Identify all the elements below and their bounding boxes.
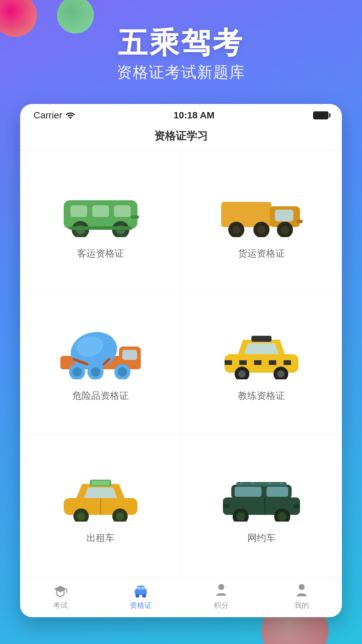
- svg-point-75: [135, 594, 139, 598]
- freight-label: 货运资格证: [238, 247, 285, 260]
- grid-item-trainer[interactable]: 教练资格证: [181, 293, 342, 435]
- rideshare-label: 网约车: [247, 532, 276, 544]
- svg-rect-60: [280, 482, 283, 485]
- svg-rect-13: [275, 210, 293, 221]
- tab-exam[interactable]: 考试: [20, 583, 101, 610]
- tab-points-icon: [214, 583, 229, 598]
- suv-icon: [218, 468, 305, 522]
- taxi-yellow-icon: [57, 468, 144, 522]
- svg-point-69: [278, 512, 287, 521]
- svg-point-16: [232, 226, 240, 234]
- app-title-main: 五乘驾考: [0, 27, 362, 59]
- taxi-label: 出租车: [86, 532, 115, 544]
- svg-point-45: [277, 370, 285, 378]
- mixer-icon: [57, 326, 144, 379]
- tab-bar: 考试 资格证: [20, 577, 342, 617]
- svg-rect-40: [284, 360, 291, 365]
- trainer-label: 教练资格证: [238, 389, 285, 402]
- svg-rect-65: [223, 504, 230, 508]
- svg-rect-3: [92, 205, 109, 217]
- exam-icon: [53, 583, 68, 598]
- tab-exam-label: 考试: [53, 600, 68, 610]
- svg-rect-58: [251, 482, 255, 485]
- svg-rect-4: [114, 205, 131, 217]
- svg-rect-48: [92, 481, 110, 485]
- svg-rect-73: [137, 587, 141, 590]
- svg-rect-38: [254, 360, 261, 365]
- svg-point-33: [118, 367, 127, 377]
- mine-icon: [294, 583, 309, 598]
- app-title-sub: 资格证考试新题库: [0, 62, 362, 83]
- svg-point-18: [257, 226, 265, 234]
- tab-points-label: 积分: [214, 600, 229, 610]
- svg-point-76: [142, 594, 146, 598]
- battery-icon: [313, 111, 328, 119]
- wifi-icon: [66, 112, 75, 119]
- svg-rect-39: [269, 360, 276, 365]
- certificate-car-icon: [133, 583, 148, 598]
- passenger-label: 客运资格证: [77, 247, 124, 260]
- svg-point-51: [77, 512, 85, 520]
- grid-item-hazmat[interactable]: 危险品资格证: [20, 293, 181, 435]
- tab-points[interactable]: 积分: [181, 583, 261, 610]
- phone-frame: Carrier 10:18 AM 资格证学习: [20, 104, 342, 617]
- tab-mine[interactable]: 我的: [261, 583, 342, 610]
- truck-icon: [218, 183, 305, 237]
- svg-rect-2: [70, 205, 87, 217]
- tab-mine-icon: [294, 583, 309, 598]
- tab-certificate-icon: [133, 583, 148, 598]
- grid-item-taxi[interactable]: 出租车: [20, 435, 181, 577]
- svg-rect-62: [266, 487, 288, 497]
- bus-icon: [57, 183, 144, 237]
- svg-point-78: [299, 584, 305, 590]
- svg-rect-64: [293, 504, 300, 508]
- svg-point-67: [236, 512, 245, 521]
- carrier-label: Carrier: [34, 110, 75, 121]
- taxi-checker-icon: [218, 326, 305, 379]
- hazmat-label: 危险品资格证: [72, 389, 129, 402]
- svg-rect-61: [235, 487, 261, 497]
- svg-point-0: [70, 118, 71, 119]
- svg-point-29: [72, 367, 82, 377]
- battery-container: [313, 111, 328, 119]
- svg-rect-56: [236, 482, 287, 486]
- points-icon: [214, 583, 229, 598]
- grid-item-freight[interactable]: 货运资格证: [181, 151, 342, 293]
- svg-rect-5: [131, 215, 139, 219]
- svg-rect-59: [268, 482, 272, 485]
- page-title: 资格证学习: [20, 124, 342, 151]
- grid-item-passenger[interactable]: 客运资格证: [20, 151, 181, 293]
- svg-point-43: [238, 370, 246, 378]
- tab-certificate-label: 资格证: [130, 600, 152, 610]
- tab-certificate[interactable]: 资格证: [101, 583, 181, 610]
- svg-point-20: [281, 226, 289, 234]
- status-time: 10:18 AM: [174, 110, 215, 121]
- header-area: 五乘驾考 资格证考试新题库: [0, 20, 362, 90]
- tab-exam-icon: [53, 583, 68, 598]
- vehicle-grid: 客运资格证 货运资格证: [20, 151, 342, 577]
- svg-rect-25: [122, 350, 137, 360]
- svg-rect-57: [240, 482, 243, 485]
- status-bar: Carrier 10:18 AM: [20, 104, 342, 124]
- grid-item-rideshare[interactable]: 网约车: [181, 435, 342, 577]
- svg-point-77: [218, 584, 224, 590]
- svg-rect-10: [69, 226, 132, 230]
- svg-rect-37: [239, 360, 247, 365]
- svg-point-31: [91, 367, 100, 377]
- svg-marker-70: [54, 586, 67, 592]
- tab-mine-label: 我的: [294, 600, 309, 610]
- svg-rect-14: [297, 220, 303, 223]
- svg-rect-36: [225, 360, 232, 365]
- svg-rect-41: [251, 336, 272, 342]
- svg-point-53: [116, 512, 124, 520]
- svg-rect-74: [141, 587, 144, 590]
